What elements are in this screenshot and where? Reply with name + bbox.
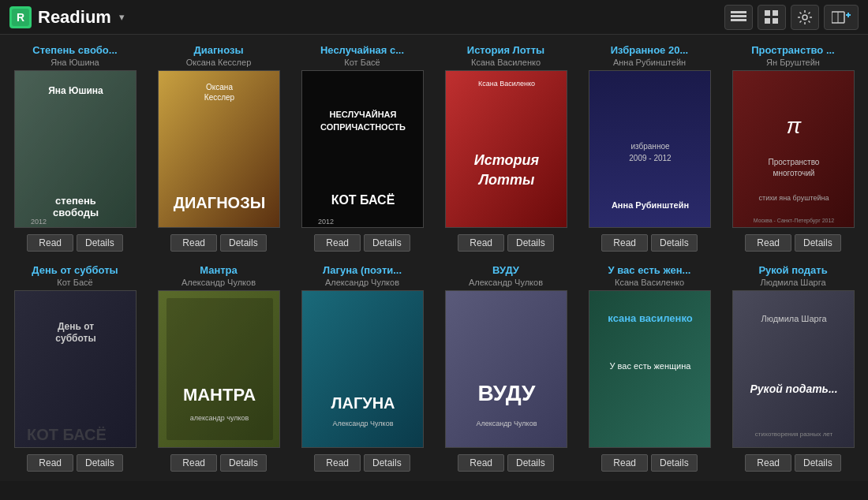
book-item-5: Избранное 20... Анна Рубинштейн избранно…: [579, 41, 720, 255]
read-button-11[interactable]: Read: [601, 454, 648, 472]
svg-text:Александр Чулков: Александр Чулков: [332, 420, 393, 427]
svg-point-9: [803, 15, 807, 20]
add-book-button[interactable]: [824, 5, 859, 30]
details-button-10[interactable]: Details: [507, 454, 554, 472]
book-item-10: ВУДУ Александр Чулков ВУДУ Александр Чул…: [436, 261, 576, 475]
book-author-12: Людмила Шарга: [760, 278, 825, 287]
svg-text:У вас есть женщина: У вас есть женщина: [609, 361, 691, 371]
details-button-12[interactable]: Details: [795, 454, 841, 472]
book-cover-8: МАНТРА александр чулков: [158, 290, 280, 448]
book-title-8: Мантра: [152, 264, 286, 276]
header: R Readium ▾: [0, 0, 868, 35]
book-item-1: Степень свобо... Яна Юшина Яна Юшина сте…: [5, 41, 145, 255]
book-item-8: Мантра Александр Чулков МАНТРА александр…: [148, 261, 289, 475]
book-item-11: У вас есть жен... Ксана Василенко ксана …: [579, 261, 720, 475]
details-button-9[interactable]: Details: [364, 454, 410, 472]
svg-text:ЛАГУНА: ЛАГУНА: [331, 394, 395, 412]
book-cover-6: π Пространство многоточий стихи яна бруш…: [732, 70, 855, 228]
details-button-2[interactable]: Details: [220, 234, 267, 252]
svg-text:2009 - 2012: 2009 - 2012: [629, 154, 672, 162]
book-cover-7: День от субботы КОТ БАСЁ: [14, 290, 137, 448]
read-button-1[interactable]: Read: [27, 234, 73, 252]
book-title-7: День от субботы: [8, 264, 142, 276]
svg-text:2012: 2012: [318, 218, 334, 226]
book-cover-2: Оксана Кесслер ДИАГНОЗЫ: [158, 70, 280, 228]
list-view-button[interactable]: [724, 5, 753, 30]
svg-text:Оксана: Оксана: [206, 83, 233, 91]
book-author-8: Александр Чулков: [181, 278, 256, 287]
svg-text:Москва - Санкт-Петербург 2012: Москва - Санкт-Петербург 2012: [753, 218, 834, 224]
book-actions-8: Read Details: [170, 454, 266, 472]
book-author-4: Ксана Василенко: [471, 58, 541, 67]
settings-button[interactable]: [791, 5, 819, 30]
svg-rect-4: [731, 19, 746, 21]
svg-rect-43: [15, 290, 136, 448]
read-button-12[interactable]: Read: [745, 454, 791, 472]
book-item-9: Лагуна (поэти... Александр Чулков ЛАГУНА…: [292, 261, 432, 475]
header-actions: [724, 5, 859, 30]
read-button-9[interactable]: Read: [314, 454, 361, 472]
grid-view-button[interactable]: [758, 5, 786, 30]
book-cover-9: ЛАГУНА Александр Чулков: [301, 290, 424, 448]
book-actions-2: Read Details: [170, 234, 266, 252]
book-actions-12: Read Details: [745, 454, 840, 472]
book-title-12: Рукой подать: [726, 264, 860, 276]
details-button-11[interactable]: Details: [651, 454, 698, 472]
svg-text:стихотворения разных лет: стихотворения разных лет: [754, 431, 832, 438]
book-title-3: Неслучайная с...: [295, 44, 429, 56]
details-button-3[interactable]: Details: [364, 234, 410, 252]
logo-text: Readium: [38, 7, 111, 28]
svg-text:стихи яна бруштейна: стихи яна бруштейна: [758, 194, 829, 202]
details-button-7[interactable]: Details: [77, 454, 123, 472]
book-cover-12: Людмила Шарга Рукой подать... стихотворе…: [732, 290, 855, 448]
book-actions-1: Read Details: [27, 234, 122, 252]
svg-text:ДИАГНОЗЫ: ДИАГНОЗЫ: [173, 194, 265, 211]
svg-text:Кесслер: Кесслер: [204, 93, 234, 102]
read-button-8[interactable]: Read: [170, 454, 217, 472]
book-item-3: Неслучайная с... Кот Басё НЕСЛУЧАЙНАЯ СО…: [292, 41, 432, 255]
book-title-6: Пространство ...: [726, 44, 860, 56]
read-button-3[interactable]: Read: [314, 234, 361, 252]
book-title-4: История Лотты: [439, 44, 573, 56]
book-cover-10: ВУДУ Александр Чулков: [445, 290, 567, 448]
book-title-9: Лагуна (поэти...: [295, 264, 429, 276]
book-cover-4: Ксана Василенко История Лотты: [445, 70, 567, 228]
details-button-6[interactable]: Details: [795, 234, 841, 252]
svg-text:александр чулков: александр чулков: [189, 414, 249, 422]
read-button-10[interactable]: Read: [458, 454, 504, 472]
book-item-12: Рукой подать Людмила Шарга Людмила Шарга…: [723, 261, 863, 475]
read-button-2[interactable]: Read: [170, 234, 217, 252]
book-title-11: У вас есть жен...: [582, 264, 716, 276]
book-actions-7: Read Details: [27, 454, 122, 472]
svg-text:ВУДУ: ВУДУ: [477, 381, 535, 405]
logo-dropdown-arrow[interactable]: ▾: [119, 11, 125, 23]
book-title-1: Степень свобо...: [8, 44, 142, 56]
book-cover-5: избранное 2009 - 2012 Анна Рубинштейн: [589, 70, 711, 228]
svg-text:многоточий: многоточий: [773, 169, 814, 177]
details-button-1[interactable]: Details: [77, 234, 123, 252]
book-author-5: Анна Рубинштейн: [613, 58, 686, 67]
svg-text:СОПРИЧАСТНОСТЬ: СОПРИЧАСТНОСТЬ: [320, 122, 406, 132]
details-button-5[interactable]: Details: [651, 234, 698, 252]
svg-text:субботы: субботы: [55, 333, 95, 344]
book-author-9: Александр Чулков: [325, 278, 399, 287]
svg-text:МАНТРА: МАНТРА: [182, 385, 255, 405]
read-button-6[interactable]: Read: [745, 234, 791, 252]
book-actions-11: Read Details: [601, 454, 697, 472]
read-button-7[interactable]: Read: [27, 454, 73, 472]
book-actions-10: Read Details: [458, 454, 553, 472]
read-button-5[interactable]: Read: [601, 234, 648, 252]
read-button-4[interactable]: Read: [458, 234, 504, 252]
details-button-4[interactable]: Details: [507, 234, 554, 252]
book-cover-1: Яна Юшина степень свободы 2012: [14, 70, 137, 228]
svg-rect-8: [773, 18, 778, 24]
book-cover-3: НЕСЛУЧАЙНАЯ СОПРИЧАСТНОСТЬ КОТ БАСЁ 2012: [301, 70, 424, 228]
book-actions-4: Read Details: [458, 234, 553, 252]
svg-rect-3: [731, 15, 746, 17]
logo-area: R Readium ▾: [9, 6, 125, 28]
details-button-8[interactable]: Details: [220, 454, 267, 472]
svg-text:свободы: свободы: [52, 207, 98, 218]
svg-text:КОТ БАСЁ: КОТ БАСЁ: [27, 426, 107, 443]
svg-text:Лотты: Лотты: [477, 172, 534, 188]
svg-text:Пространство: Пространство: [768, 158, 819, 166]
